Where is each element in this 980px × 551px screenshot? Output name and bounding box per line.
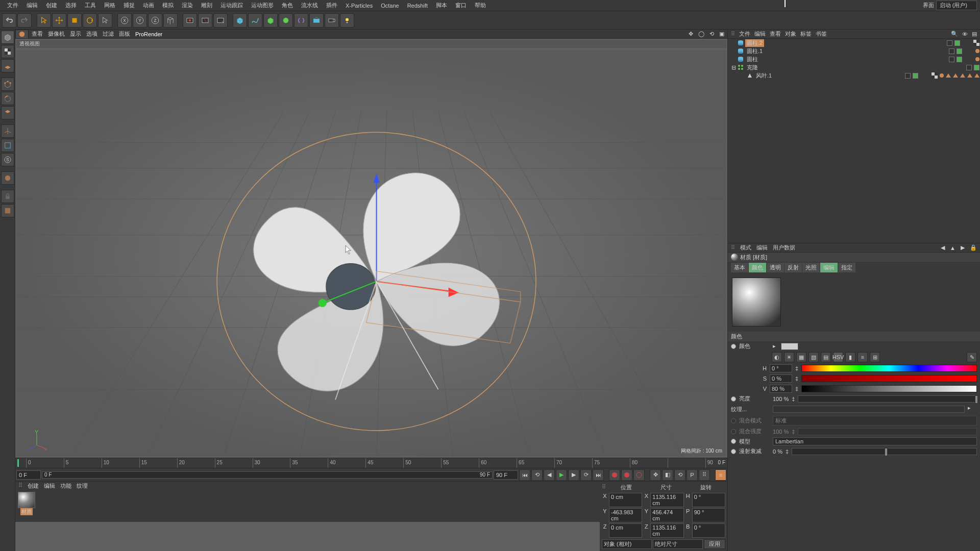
key-pla-button[interactable]: ⠿ bbox=[699, 469, 710, 481]
primitive-button[interactable] bbox=[233, 13, 247, 28]
axis-mode[interactable] bbox=[1, 124, 14, 138]
menu-script[interactable]: 脚本 bbox=[432, 0, 451, 11]
eyedropper-icon[interactable]: ✎ bbox=[967, 352, 977, 362]
workplane-mode[interactable] bbox=[1, 59, 14, 72]
view-rotate-icon[interactable]: ⟲ bbox=[709, 31, 714, 37]
obj-search-icon[interactable]: 🔍 bbox=[951, 31, 958, 37]
obj-menu-object[interactable]: 对象 bbox=[785, 30, 796, 38]
render-settings-button[interactable] bbox=[213, 13, 228, 28]
tree-row-blade[interactable]: 风叶.1 bbox=[728, 71, 980, 80]
rot-h-field[interactable]: 0 ° bbox=[692, 493, 725, 507]
attr-menu-edit[interactable]: 编辑 bbox=[756, 244, 768, 252]
model-mode[interactable] bbox=[1, 31, 14, 44]
phong-tag-icon[interactable] bbox=[975, 49, 979, 53]
lock-toggle[interactable] bbox=[1, 190, 14, 203]
total-frame-field[interactable]: 90 F bbox=[494, 470, 518, 480]
texture-field[interactable] bbox=[773, 406, 965, 413]
key-scale-button[interactable]: ◧ bbox=[662, 469, 673, 481]
timeline-ruler[interactable]: 0 5 10 15 20 25 30 35 40 45 50 55 60 65 … bbox=[15, 458, 727, 468]
misc-tool[interactable] bbox=[1, 204, 14, 217]
brightness-radio[interactable] bbox=[731, 396, 736, 402]
size-y-field[interactable]: 456.474 cm bbox=[650, 508, 683, 522]
point-mode[interactable] bbox=[1, 78, 14, 91]
coord-mode-dropdown[interactable]: 对象 (相对) bbox=[602, 539, 652, 549]
generator-button[interactable] bbox=[263, 13, 278, 28]
x-axis-button[interactable]: X bbox=[117, 13, 132, 28]
viewport-3d[interactable]: 网格间距 : 100 cm YXZ bbox=[16, 50, 726, 457]
layout-dropdown[interactable]: 启动 (用户) bbox=[936, 1, 977, 10]
key-param-button[interactable]: P bbox=[687, 469, 698, 481]
view-menu-panel[interactable]: 面板 bbox=[119, 30, 130, 38]
next-key-button[interactable]: ⟳ bbox=[580, 469, 592, 481]
preview-ball-icon[interactable] bbox=[732, 278, 781, 327]
v-slider[interactable] bbox=[801, 385, 977, 392]
tab-transparency[interactable]: 透明 bbox=[767, 263, 784, 272]
menu-render[interactable]: 渲染 bbox=[178, 0, 197, 11]
obj-menu-file[interactable]: 文件 bbox=[739, 30, 750, 38]
tab-luminance[interactable]: 光照 bbox=[802, 263, 820, 272]
picker-grid-icon[interactable]: ⊞ bbox=[870, 352, 880, 362]
picker-kelvin-icon[interactable]: ▤ bbox=[821, 352, 831, 362]
menu-tools[interactable]: 工具 bbox=[81, 0, 100, 11]
menu-redshift[interactable]: Redshift bbox=[403, 1, 432, 10]
move-tool[interactable] bbox=[52, 13, 66, 28]
h-slider[interactable] bbox=[801, 365, 977, 372]
model-dropdown[interactable]: Lambertian bbox=[773, 437, 977, 445]
scene-button[interactable] bbox=[309, 13, 324, 28]
rotate-tool[interactable] bbox=[83, 13, 97, 28]
size-z-field[interactable]: 1135.116 cm bbox=[650, 523, 683, 538]
menu-animate[interactable]: 动画 bbox=[139, 0, 158, 11]
soft-select[interactable] bbox=[1, 171, 14, 185]
texture-tag-icon[interactable] bbox=[931, 72, 938, 79]
phong-tag-icon[interactable] bbox=[975, 57, 979, 61]
view-menu-prorender[interactable]: ProRender bbox=[135, 31, 162, 37]
spline-button[interactable] bbox=[248, 13, 262, 28]
texture-tag-icon[interactable] bbox=[973, 40, 980, 46]
selection-tag-icon[interactable] bbox=[946, 73, 951, 78]
material-thumb[interactable]: 材质 bbox=[17, 492, 36, 515]
attr-back-icon[interactable]: ◀ bbox=[941, 244, 945, 251]
playhead[interactable] bbox=[17, 459, 19, 467]
rot-p-field[interactable]: 90 ° bbox=[692, 508, 725, 522]
goto-start-button[interactable]: ⏮ bbox=[519, 469, 530, 481]
mat-menu-create[interactable]: 创建 bbox=[28, 482, 39, 489]
brightness-field[interactable]: 100 % bbox=[773, 396, 789, 402]
tab-basic[interactable]: 基本 bbox=[731, 263, 748, 272]
tree-row-cyl1[interactable]: 圆柱.1 bbox=[728, 47, 980, 55]
key-all-button[interactable]: ≡ bbox=[715, 469, 726, 481]
record-button[interactable] bbox=[609, 469, 620, 481]
menu-create[interactable]: 创建 bbox=[42, 0, 61, 11]
play-button[interactable]: ▶ bbox=[556, 469, 567, 481]
scale-tool[interactable] bbox=[67, 13, 82, 28]
select-tool[interactable] bbox=[37, 13, 51, 28]
obj-eye-icon[interactable]: 👁 bbox=[962, 31, 968, 37]
attr-up-icon[interactable]: ▲ bbox=[950, 245, 955, 251]
pos-z-field[interactable]: 0 cm bbox=[609, 523, 642, 538]
edge-mode[interactable] bbox=[1, 92, 14, 105]
view-zoom-icon[interactable]: ◯ bbox=[698, 31, 704, 37]
menu-character[interactable]: 角色 bbox=[278, 0, 297, 11]
mat-menu-edit[interactable]: 编辑 bbox=[44, 482, 55, 489]
tab-editor[interactable]: 编辑 bbox=[820, 263, 838, 272]
menu-octane[interactable]: Octane bbox=[377, 1, 403, 10]
key-rot-button[interactable]: ⟲ bbox=[674, 469, 685, 481]
menu-simulate[interactable]: 模拟 bbox=[158, 0, 178, 11]
h-field[interactable]: 0 ° bbox=[770, 364, 792, 372]
attr-fwd-icon[interactable]: ▶ bbox=[961, 244, 965, 251]
menu-window[interactable]: 窗口 bbox=[451, 0, 471, 11]
menu-mesh[interactable]: 网格 bbox=[100, 0, 119, 11]
camera-button[interactable] bbox=[325, 13, 339, 28]
rough-radio[interactable] bbox=[731, 449, 736, 454]
obj-menu-view[interactable]: 查看 bbox=[770, 30, 781, 38]
view-menu-view[interactable]: 查看 bbox=[32, 30, 43, 38]
menu-help[interactable]: 帮助 bbox=[471, 0, 490, 11]
view-nav-icon[interactable]: ✥ bbox=[689, 31, 693, 37]
size-mode-dropdown[interactable]: 绝对尺寸 bbox=[653, 539, 703, 549]
prev-key-button[interactable]: ⟲ bbox=[531, 469, 543, 481]
light-button[interactable] bbox=[340, 13, 354, 28]
picker-spectrum-icon[interactable]: ☀ bbox=[784, 352, 794, 362]
object-tree[interactable]: 圆柱.2 圆柱.1 圆柱 ⊟克隆 风叶.1 bbox=[728, 39, 980, 243]
pos-y-field[interactable]: -463.983 cm bbox=[609, 508, 642, 522]
texture-mode[interactable] bbox=[1, 45, 14, 58]
range-slider[interactable]: 0 F 90 F bbox=[42, 471, 493, 479]
